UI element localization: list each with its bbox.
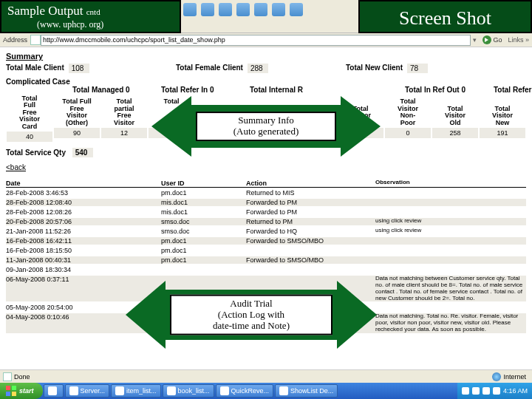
screenshot-label-banner: Screen Shot [358,0,532,33]
summary-grid-col: TotalpartialFreeVisitor12 [100,95,148,143]
taskbar-app-icon [279,386,288,395]
grid-header: TotalVisitorNew [479,95,526,126]
system-tray[interactable]: 4:16 AM [457,383,532,399]
female-value: 288 [248,64,268,73]
grid-header: TotalFullFreeVisitorCard [6,95,53,130]
summary-grid-col: Total FullFreeVisitor(Other)90 [53,95,100,143]
new-label: Total New Client [346,64,407,72]
callout-audit-trial: Audit Trial (Action Log with date-time a… [126,281,377,349]
back-link[interactable]: <back [6,163,26,171]
taskbar-app-icon [69,386,78,395]
inrefout-label: Total In Ref Out 0 [405,86,494,94]
log-row: 16-Feb-2008 18:15:50pm.doc1 [6,245,526,255]
summary-grid-col: TotalFullFreeVisitorCard40 [6,95,53,143]
address-bar: Address ▾ Go Links » [0,33,532,47]
log-row: 28-Feb-2008 3:46:53pm.doc1Returned to MI… [6,188,526,197]
grid-header: TotalVisitorOld [432,95,479,126]
new-value: 78 [407,64,428,73]
tray-icon[interactable] [472,387,480,395]
grid-header: TotalVisitorNon-Poor [384,95,432,126]
taskbar-app-icon [220,386,229,395]
male-label: Total Male Client [6,64,69,72]
log-row: 09-Jan-2008 18:30:34 [6,265,526,274]
page-icon [30,35,41,45]
female-label: Total Female Client [176,64,248,72]
col-date: Date [6,180,161,187]
summary-grid-col: TotalVisitorNew191 [479,95,526,143]
grid-header: TotalpartialFreeVisitor [100,95,148,126]
referin-label: Total Refer In 0 [161,86,250,94]
internal-label: Total Internal R [250,86,338,94]
status-zone: Internet [503,373,526,381]
log-row: 28-Feb-2008 12:08:26mis.doc1Forwarded to… [6,207,526,216]
col-action: Action [246,180,375,187]
taskbar-button[interactable]: QuickReve... [216,384,274,398]
log-row: 28-Feb-2008 12:08:40mis.doc1Forwarded to… [6,197,526,207]
chevron-down-icon[interactable]: ▾ [471,36,478,44]
managed-label: Total Managed 0 [72,86,161,94]
links-menu[interactable]: Links » [506,36,532,44]
col-user: User ID [161,180,246,187]
log-row: 20-Feb-2008 20:57:06smso.docReturned to … [6,216,526,226]
go-arrow-icon [482,35,491,44]
taskbar-app-icon [115,386,124,395]
url-input[interactable] [41,35,471,46]
log-row: 21-Jan-2008 11:52:26smso.docForwarded to… [6,226,526,236]
grid-value: 40 [7,132,52,142]
grid-value: 258 [432,128,478,138]
address-label: Address [0,36,30,44]
total-service-label: Total Service Qty [6,149,66,157]
slide-title-banner: Sample Output cntd (www. uphcp. org) [0,0,181,33]
taskbar-app-icon [167,386,176,395]
go-button[interactable]: Go [482,35,502,44]
total-service-value: 540 [72,148,93,157]
summary-heading: Summary [6,52,526,61]
browser-status-bar: Done Internet [0,369,532,383]
status-done: Done [14,373,30,381]
windows-logo-icon [6,386,16,396]
taskbar-clock: 4:16 AM [503,387,528,395]
taskbar-button[interactable]: Server... [65,384,110,398]
summary-grid-col: TotalVisitorOld258 [432,95,479,143]
taskbar-app-icon [48,386,57,395]
internet-zone-icon [492,372,501,381]
taskbar-button[interactable]: book_list... [163,384,214,398]
grid-value: 12 [101,128,147,138]
callout-summary-info: Summary Info (Auto generated) [151,96,381,157]
tray-icon[interactable] [493,387,500,395]
referout-label: Total Refer Out 0 [494,86,532,94]
taskbar-button[interactable]: item_list... [111,384,161,398]
grid-header: Total FullFreeVisitor(Other) [53,95,100,126]
grid-value: 191 [480,128,525,138]
grid-value: 0 [385,128,431,138]
summary-grid-col: TotalVisitorNon-Poor0 [384,95,432,143]
taskbar-button[interactable]: ShowList De... [275,384,338,398]
grid-value: 90 [54,128,100,138]
tray-icon[interactable] [462,387,469,395]
col-observation: Observation [375,180,526,187]
log-row: 11-Jan-2008 00:40:31pm.doc1Forwarded to … [6,255,526,265]
start-button[interactable]: start [0,383,43,399]
taskbar-button[interactable] [44,384,64,398]
complicated-heading: Complicated Case [6,78,526,86]
windows-taskbar: start Server...item_list...book_list...Q… [0,383,532,399]
done-icon [3,372,12,381]
male-value: 108 [69,64,89,73]
tray-icon[interactable] [482,387,490,395]
log-row: 16-Feb-2008 16:42:11pm.doc1Forwarded to … [6,236,526,245]
